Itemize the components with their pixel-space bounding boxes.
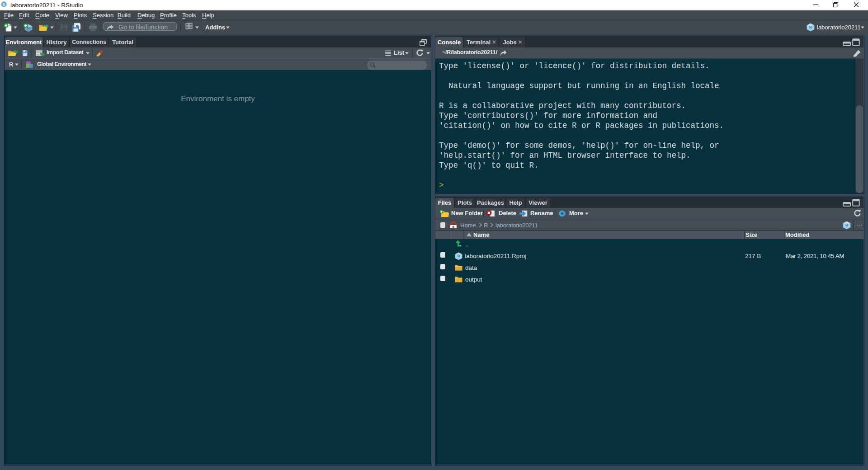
svg-text:R: R [809,25,812,29]
svg-text:R: R [3,2,5,7]
svg-text:R: R [845,223,849,227]
svg-text:R: R [457,254,460,258]
